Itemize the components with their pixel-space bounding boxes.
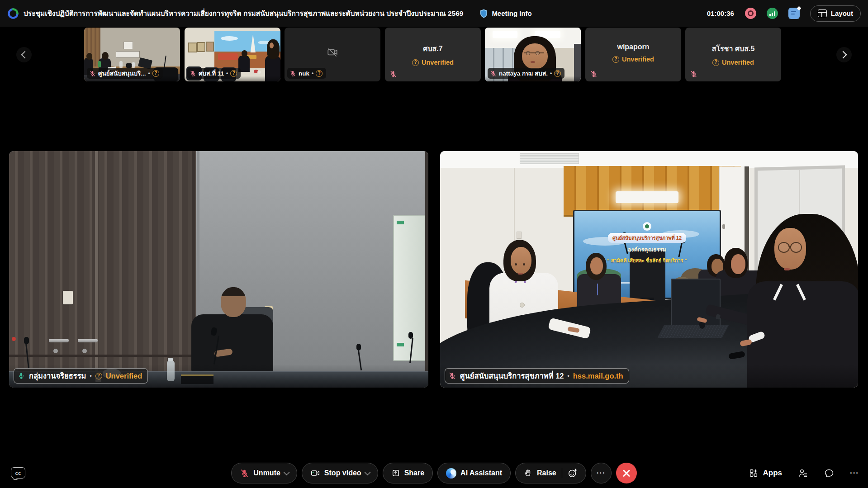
- control-bar: cc Unmute: [0, 458, 868, 488]
- participant-name: กลุ่มงานจริยธรรม: [29, 370, 86, 382]
- tv-title: ศูนย์สนับสนุนบริการสุขภาพที่ 12: [608, 233, 686, 243]
- participant-name: ศูนย์สนับสนุนบริการสุขภาพที่ 12: [460, 370, 564, 382]
- video-thumbnail-1[interactable]: ศูนย์สนับสนุนบริ... • ?: [84, 28, 180, 81]
- share-button[interactable]: Share: [383, 463, 433, 483]
- video-thumbnail-3[interactable]: nuk • ?: [285, 28, 380, 81]
- unverified-label: Unverified: [722, 59, 754, 66]
- mic-muted-icon: [690, 70, 697, 78]
- filmstrip-next-button[interactable]: [836, 47, 852, 62]
- participant-domain: hss.mail.go.th: [573, 372, 623, 380]
- ministry-logo-icon: [643, 222, 651, 231]
- mic-muted-icon: [389, 70, 397, 78]
- ai-assistant-icon: [446, 468, 456, 479]
- video-thumbnail-5[interactable]: nattaya กรม สบส. • ?: [485, 28, 581, 81]
- participant-label: nuk • ?: [287, 68, 326, 79]
- reactions-icon[interactable]: [568, 468, 578, 478]
- main-video-right[interactable]: ศูนย์สนับสนุนบริการสุขภาพที่ 12 องค์กรคุ…: [440, 151, 858, 388]
- raise-label: Raise: [537, 469, 556, 477]
- meeting-timer: 01:00:36: [707, 9, 734, 17]
- raise-hand-button[interactable]: Raise: [515, 463, 586, 483]
- mic-muted-icon: [448, 372, 456, 380]
- filmstrip: ศูนย์สนับสนุนบริ... • ?: [0, 27, 868, 86]
- ai-assistant-button[interactable]: AI Assistant: [437, 463, 511, 483]
- participant-name: ศบส.7: [385, 43, 481, 54]
- stop-video-button[interactable]: Stop video: [302, 463, 378, 483]
- tv-screen: ศูนย์สนับสนุนบริการสุขภาพที่ 12 องค์กรคุ…: [573, 210, 721, 299]
- video-thumbnail-6[interactable]: wipaporn ? Unverified: [585, 28, 681, 81]
- unverified-badge-icon: ?: [612, 56, 619, 63]
- main-video-left[interactable]: กลุ่มงานจริยธรรม • ? Unverified: [9, 151, 428, 388]
- top-bar: ประชุมเชิงปฏิบัติการการพัฒนาและจัดทำแผนบ…: [0, 0, 868, 27]
- video-content: ศูนย์สนับสนุนบริการสุขภาพที่ 12 องค์กรคุ…: [440, 151, 858, 388]
- unverified-label: Unverified: [622, 56, 654, 63]
- participant-label: ศูนย์สนับสนุนบริการสุขภาพที่ 12 • hss.ma…: [445, 368, 629, 384]
- meeting-title: ประชุมเชิงปฏิบัติการการพัฒนาและจัดทำแผนบ…: [24, 8, 463, 19]
- participant-name: สโรชา ศบส.5: [685, 43, 781, 54]
- unverified-label: Unverified: [106, 372, 142, 380]
- participant-info: สโรชา ศบส.5 ? Unverified: [685, 43, 781, 66]
- share-icon: [391, 469, 400, 478]
- divider: [562, 468, 562, 478]
- ai-assistant-label: AI Assistant: [460, 469, 502, 477]
- unverified-badge-icon: ?: [712, 59, 719, 66]
- notes-sparkle-icon[interactable]: [788, 8, 800, 19]
- chevron-down-icon: [284, 469, 289, 475]
- participant-label: กลุ่มงานจริยธรรม • ? Unverified: [14, 368, 148, 384]
- meeting-info-button[interactable]: Meeting Info: [479, 9, 531, 19]
- layout-label: Layout: [831, 9, 853, 17]
- participant-name: nuk: [299, 70, 309, 77]
- shield-icon: [479, 9, 488, 19]
- participant-info: wipaporn ? Unverified: [585, 43, 681, 63]
- unverified-label: Unverified: [422, 59, 454, 66]
- raise-hand-icon: [524, 469, 533, 478]
- video-thumbnail-2[interactable]: ศบส.ที่ 11 • ?: [185, 28, 280, 81]
- participant-info: ศบส.7 ? Unverified: [385, 43, 481, 66]
- more-controls-button[interactable]: ···: [591, 463, 612, 483]
- participants-button[interactable]: [797, 468, 808, 479]
- unmute-button[interactable]: Unmute: [231, 463, 297, 483]
- camera-off-icon: [327, 47, 338, 60]
- speaker-head: [221, 287, 246, 317]
- unverified-badge-icon: ?: [316, 70, 323, 77]
- layout-button[interactable]: Layout: [810, 5, 861, 22]
- apps-grid-icon: [749, 468, 759, 478]
- mic-muted-icon: [240, 469, 249, 478]
- filmstrip-prev-button[interactable]: [16, 47, 32, 62]
- more-options-button[interactable]: ···: [850, 469, 859, 478]
- apps-label: Apps: [763, 469, 783, 478]
- unverified-badge-icon: ?: [95, 373, 102, 379]
- network-stats-icon[interactable]: [767, 8, 778, 19]
- webex-logo-icon: [7, 8, 19, 19]
- layout-grid-icon: [818, 9, 827, 17]
- tv-motto: “ สามัคคี เสียสละ ซื่อสัตย์ จิตบริการ ”: [607, 256, 687, 265]
- share-label: Share: [404, 469, 424, 477]
- unmute-label: Unmute: [253, 469, 280, 477]
- apps-button[interactable]: Apps: [749, 468, 783, 478]
- video-thumbnail-7[interactable]: สโรชา ศบส.5 ? Unverified: [685, 28, 781, 81]
- mic-muted-icon: [590, 70, 598, 78]
- meeting-info-label: Meeting Info: [492, 9, 531, 17]
- stop-video-label: Stop video: [324, 469, 361, 477]
- participant-name: wipaporn: [585, 43, 681, 51]
- meeting-window: ประชุมเชิงปฏิบัติการการพัฒนาและจัดทำแผนบ…: [0, 0, 868, 488]
- record-indicator-icon[interactable]: [745, 8, 756, 19]
- camera-icon: [310, 468, 320, 478]
- leave-meeting-button[interactable]: [616, 463, 637, 483]
- unverified-badge-icon: ?: [412, 59, 419, 66]
- tv-subtitle: องค์กรคุณธรรม: [628, 245, 667, 254]
- more-icon: ···: [597, 469, 606, 478]
- chevron-down-icon: [365, 469, 370, 475]
- mic-muted-icon: [289, 70, 296, 77]
- chat-button[interactable]: [824, 468, 835, 479]
- mic-active-icon: [17, 372, 25, 380]
- video-content: [9, 151, 428, 388]
- video-thumbnail-4[interactable]: ศบส.7 ? Unverified: [385, 28, 481, 81]
